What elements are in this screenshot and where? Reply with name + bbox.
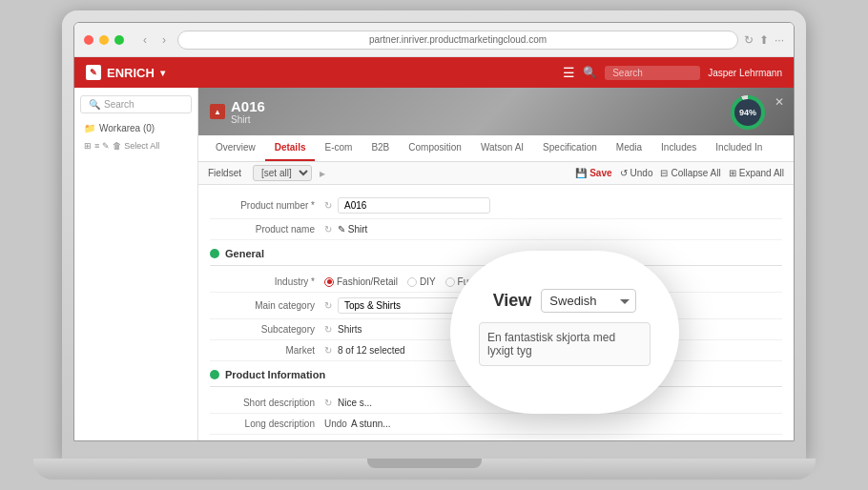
sidebar-workarea[interactable]: 📁 Workarea (0) bbox=[74, 119, 197, 137]
undo-button[interactable]: ↺ Undo bbox=[620, 168, 653, 178]
fieldset-label: Fieldset bbox=[208, 168, 241, 178]
tab-composition[interactable]: Composition bbox=[399, 135, 471, 161]
product-header: ▲ A016 Shirt 94% ✕ bbox=[198, 88, 794, 135]
address-bar[interactable]: partner.inriver.productmarketingcloud.co… bbox=[177, 31, 738, 50]
tab-ecom[interactable]: E-com bbox=[315, 135, 362, 161]
sidebar-search-icon: 🔍 bbox=[89, 99, 100, 110]
toolbar: Fieldset [set all] ▸ 💾 Save ↺ bbox=[198, 162, 794, 185]
market-label: Market bbox=[210, 345, 324, 356]
subcategory-icon: ↻ bbox=[324, 324, 332, 335]
short-desc-icon: ↻ bbox=[324, 398, 332, 408]
top-nav: ✎ ENRICH ▾ ☰ 🔍 Jasper Lehrmann bbox=[74, 57, 794, 88]
content-area: ▲ A016 Shirt 94% ✕ Overv bbox=[198, 88, 794, 441]
long-desc-value: A stunn... bbox=[351, 419, 391, 429]
product-name-icon: ↻ bbox=[324, 224, 332, 235]
product-name-label: Product name bbox=[210, 224, 324, 235]
form-area: Product number * ↻ Product name ↻ ✎ S bbox=[198, 185, 794, 441]
radio-fashion-label: Fashion/Retail bbox=[337, 276, 398, 287]
tab-watson[interactable]: Watson AI bbox=[471, 135, 533, 161]
product-close-btn[interactable]: ✕ bbox=[775, 95, 784, 109]
address-text: partner.inriver.productmarketingcloud.co… bbox=[369, 34, 547, 45]
sidebar: 🔍 Search 📁 Workarea (0) ⊞ ≡ ✎ 🗑 S bbox=[74, 88, 198, 441]
popup-language-select[interactable]: Swedish English German French bbox=[541, 289, 636, 313]
brand-name: ENRICH bbox=[107, 66, 155, 80]
form-row-product-name: Product name ↻ ✎ Shirt bbox=[210, 219, 782, 240]
brand-logo: ✎ ENRICH ▾ bbox=[86, 65, 165, 80]
radio-furniture-dot bbox=[445, 277, 455, 287]
browser-min-btn[interactable] bbox=[99, 35, 109, 45]
product-number-icon: ↻ bbox=[324, 200, 332, 211]
collapse-icon: ⊟ bbox=[660, 168, 668, 178]
short-desc-value: Nice s... bbox=[338, 398, 372, 408]
popup-view-label: View bbox=[493, 291, 532, 311]
browser-close-btn[interactable] bbox=[84, 35, 93, 45]
completeness-badge: 94% bbox=[731, 95, 765, 130]
hamburger-icon[interactable]: ☰ bbox=[563, 65, 575, 80]
popup-view-row: View Swedish English German French bbox=[493, 289, 637, 313]
sidebar-search-placeholder: Search bbox=[104, 99, 134, 110]
radio-fashion[interactable]: Fashion/Retail bbox=[324, 276, 398, 287]
tab-included-in[interactable]: Included In bbox=[706, 135, 772, 161]
tab-includes[interactable]: Includes bbox=[651, 135, 706, 161]
sidebar-tools: ⊞ ≡ ✎ 🗑 Select All bbox=[74, 137, 197, 154]
product-title-area: A016 Shirt bbox=[231, 98, 265, 125]
workarea-icon: 📁 bbox=[84, 123, 95, 133]
fieldset-select[interactable]: [set all] bbox=[253, 165, 312, 181]
top-nav-right: ☰ 🔍 Jasper Lehrmann bbox=[563, 65, 782, 80]
sidebar-search-box[interactable]: 🔍 Search bbox=[80, 95, 192, 113]
tab-media[interactable]: Media bbox=[607, 135, 651, 161]
forward-arrow[interactable]: › bbox=[156, 32, 172, 48]
section-dot-general bbox=[210, 249, 219, 258]
subcategory-value: Shirts bbox=[338, 324, 362, 335]
main-category-select[interactable]: Tops & Shirts bbox=[338, 297, 471, 314]
main-category-label: Main category bbox=[210, 300, 324, 311]
back-arrow[interactable]: ‹ bbox=[137, 32, 153, 48]
workarea-label: Workarea (0) bbox=[99, 123, 155, 133]
short-desc-label: Short description bbox=[210, 398, 324, 408]
user-name: Jasper Lehrmann bbox=[708, 68, 782, 78]
subcategory-label: Subcategory bbox=[210, 324, 324, 335]
tab-specification[interactable]: Specification bbox=[533, 135, 607, 161]
radio-diy-label: DIY bbox=[420, 276, 436, 287]
search-input[interactable] bbox=[605, 66, 700, 80]
tool-select-all[interactable]: Select All bbox=[124, 141, 159, 151]
market-icon: ↻ bbox=[324, 345, 332, 356]
market-value: 8 of 12 selected bbox=[338, 345, 405, 356]
general-section-title: General bbox=[225, 248, 264, 259]
brand-chevron[interactable]: ▾ bbox=[160, 68, 165, 78]
share-icon[interactable]: ⬆ bbox=[759, 33, 769, 47]
long-desc-undo[interactable]: Undo bbox=[324, 419, 347, 429]
save-button[interactable]: 💾 Save bbox=[575, 168, 611, 178]
tab-b2b[interactable]: B2B bbox=[362, 135, 399, 161]
refresh-icon[interactable]: ↻ bbox=[744, 33, 754, 47]
expand-icon: ⊞ bbox=[729, 168, 736, 178]
radio-diy[interactable]: DIY bbox=[407, 276, 436, 287]
product-code: A016 bbox=[231, 98, 265, 114]
browser-chrome: ‹ › partner.inriver.productmarketingclou… bbox=[74, 23, 794, 57]
collapse-all-button[interactable]: ⊟ Collapse All bbox=[660, 168, 720, 178]
tab-overview[interactable]: Overview bbox=[206, 135, 265, 161]
tool-grid-icon[interactable]: ⊞ bbox=[84, 141, 92, 151]
tool-list-icon[interactable]: ≡ bbox=[94, 141, 99, 151]
brand-icon: ✎ bbox=[86, 65, 101, 80]
form-row-long-desc: Long description Undo A stunn... bbox=[210, 414, 782, 435]
product-name-value: ✎ Shirt bbox=[338, 224, 367, 235]
fieldset-arrow: ▸ bbox=[320, 167, 325, 180]
product-number-input[interactable] bbox=[338, 197, 490, 214]
product-number-value bbox=[338, 197, 490, 214]
save-icon: 💾 bbox=[575, 168, 587, 178]
tool-delete-icon[interactable]: 🗑 bbox=[113, 141, 121, 151]
tab-bar: Overview Details E-com B2B Composition W… bbox=[198, 135, 794, 162]
tool-edit-icon[interactable]: ✎ bbox=[102, 141, 110, 151]
industry-label: Industry * bbox=[210, 276, 324, 287]
language-popup: View Swedish English German French En fa… bbox=[450, 251, 679, 414]
product-flag-icon: ▲ bbox=[210, 104, 225, 119]
expand-all-button[interactable]: ⊞ Expand All bbox=[729, 168, 784, 178]
search-icon[interactable]: 🔍 bbox=[583, 66, 597, 79]
popup-text-content: En fantastisk skjorta med lyxigt tyg bbox=[479, 322, 651, 366]
tab-details[interactable]: Details bbox=[265, 135, 316, 161]
more-icon[interactable]: ··· bbox=[775, 33, 784, 47]
form-row-product-number: Product number * ↻ bbox=[210, 193, 782, 219]
browser-max-btn[interactable] bbox=[114, 35, 124, 45]
product-type: Shirt bbox=[231, 114, 265, 125]
